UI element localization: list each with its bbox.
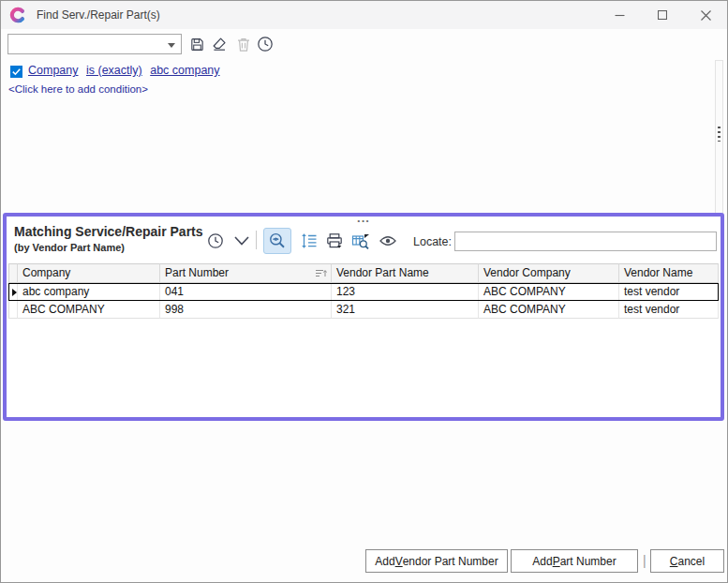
panel-subtitle: (by Vendor Part Name)	[14, 242, 125, 253]
panel-title: Matching Service/Repair Parts	[14, 224, 203, 239]
column-header-part-number[interactable]: Part Number	[160, 263, 332, 283]
grid-history-button[interactable]	[203, 229, 228, 253]
eraser-icon	[211, 36, 228, 52]
filter-history-button[interactable]	[255, 34, 275, 54]
delete-filter-button[interactable]	[233, 34, 254, 54]
button-label-part: Add	[532, 555, 552, 568]
column-header-vendor-company[interactable]: Vendor Company	[479, 263, 619, 283]
maximize-button[interactable]	[641, 1, 684, 29]
expand-options-button[interactable]	[230, 229, 254, 253]
locate-input[interactable]	[454, 232, 717, 251]
cell-vendor-part-name[interactable]: 123	[332, 283, 479, 301]
filter-combobox[interactable]	[7, 34, 182, 54]
maximize-icon	[658, 10, 667, 20]
clock-icon	[206, 232, 225, 250]
close-button[interactable]	[684, 1, 727, 29]
cell-company[interactable]: ABC COMPANY	[18, 301, 160, 319]
selector-column-header	[8, 263, 18, 283]
column-header-vendor-name[interactable]: Vendor Name	[619, 263, 719, 283]
locate-label: Locate:	[413, 235, 452, 248]
condition-row: Company is (exactly) abc company	[28, 64, 225, 77]
button-label-part: ancel	[677, 555, 705, 568]
cell-vendor-name[interactable]: test vendor	[619, 301, 719, 319]
add-part-number-button[interactable]: Add Part Number	[511, 549, 638, 573]
condition-area-scrollbar[interactable]	[715, 60, 723, 217]
print-button[interactable]	[322, 229, 347, 253]
matching-parts-panel: ... Matching Service/Repair Parts (by Ve…	[3, 213, 724, 421]
button-label-part: Add	[375, 555, 394, 568]
row-selector-cell[interactable]	[8, 283, 18, 301]
find-panel-button[interactable]	[263, 228, 291, 254]
button-separator: |	[643, 553, 646, 568]
eye-icon	[379, 233, 397, 248]
cell-vendor-company[interactable]: ABC COMPANY	[479, 301, 619, 319]
cell-part-number[interactable]: 041	[160, 283, 332, 301]
panel-splitter-grip[interactable]: ...	[357, 214, 370, 223]
printer-icon	[325, 232, 344, 250]
parts-grid: Company Part Number Vendor Part Name Ven…	[8, 263, 719, 319]
add-vendor-part-number-button[interactable]: Add Vendor Part Number	[365, 549, 508, 573]
toolbar-separator	[256, 231, 257, 249]
window-title: Find Serv./Repair Part(s)	[37, 8, 160, 22]
combo-dropdown-arrow-icon[interactable]	[168, 43, 175, 48]
row-auto-height-button[interactable]	[297, 229, 321, 253]
cell-vendor-name[interactable]: test vendor	[619, 283, 719, 301]
clock-icon	[256, 35, 275, 53]
column-customize-button[interactable]	[349, 229, 373, 253]
row-selector-cell[interactable]	[8, 301, 18, 319]
trash-icon	[236, 37, 251, 52]
condition-checkbox[interactable]	[10, 66, 22, 78]
grid-row-1[interactable]: abc company 041 123 ABC COMPANY test ven…	[8, 283, 719, 301]
condition-field-link[interactable]: Company	[28, 64, 79, 77]
column-header-label: Part Number	[165, 263, 229, 283]
row-auto-height-icon	[300, 232, 319, 250]
clear-filter-button[interactable]	[209, 34, 230, 54]
close-icon	[701, 10, 711, 21]
button-mnemonic: C	[670, 555, 678, 568]
cell-vendor-company[interactable]: ABC COMPANY	[479, 283, 619, 301]
find-parts-dialog: Find Serv./Repair Part(s)	[0, 0, 728, 583]
cell-part-number[interactable]: 998	[160, 301, 332, 319]
condition-value-link[interactable]: abc company	[150, 64, 219, 77]
cell-vendor-part-name[interactable]: 321	[332, 301, 479, 319]
button-label-part: art Number	[560, 555, 617, 568]
find-magnifier-eye-icon	[268, 232, 287, 250]
column-header-company[interactable]: Company	[18, 263, 160, 283]
preview-button[interactable]	[376, 229, 400, 253]
grid-row-2[interactable]: ABC COMPANY 998 321 ABC COMPANY test ven…	[8, 301, 719, 319]
column-header-vendor-part-name[interactable]: Vendor Part Name	[332, 263, 479, 283]
cancel-button[interactable]: Cancel	[650, 549, 724, 573]
title-bar: Find Serv./Repair Part(s)	[1, 1, 727, 29]
grid-search-icon	[350, 232, 371, 250]
current-row-arrow-icon	[12, 289, 17, 296]
condition-operator-link[interactable]: is (exactly)	[86, 64, 142, 77]
button-label-part: endor Part Number	[403, 555, 498, 568]
checkbox-checked-icon	[10, 66, 22, 78]
minimize-icon	[615, 10, 625, 21]
add-condition-link[interactable]: <Click here to add condition>	[8, 83, 148, 95]
minimize-button[interactable]	[598, 1, 641, 29]
app-logo-icon	[9, 7, 26, 23]
scrollbar-grip[interactable]	[718, 127, 721, 142]
button-mnemonic: P	[553, 555, 560, 568]
cell-company[interactable]: abc company	[18, 283, 160, 301]
save-icon	[189, 37, 205, 52]
save-filter-button[interactable]	[186, 34, 207, 54]
chevron-down-icon	[233, 235, 250, 247]
button-mnemonic: V	[395, 555, 403, 568]
sort-ascending-icon	[315, 268, 327, 278]
grid-header-row: Company Part Number Vendor Part Name Ven…	[8, 263, 719, 283]
